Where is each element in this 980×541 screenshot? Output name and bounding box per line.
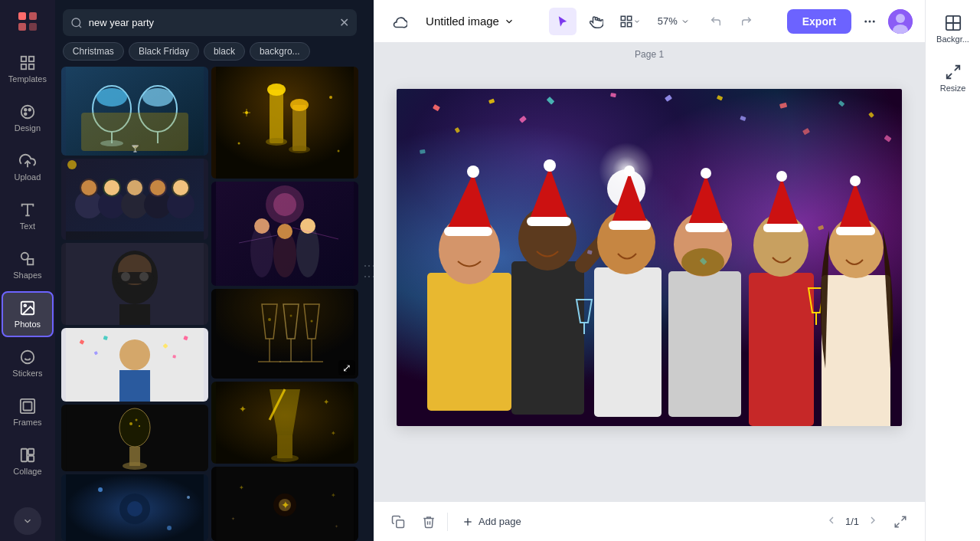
svg-rect-210 [397,520,404,527]
sidebar-item-frames[interactable]: Frames [2,389,54,435]
svg-rect-197 [763,224,803,232]
prev-page-button[interactable] [822,511,841,532]
user-avatar[interactable] [888,9,913,34]
export-button[interactable]: Export [787,9,851,34]
chip-christmas[interactable]: Christmas [63,42,124,61]
svg-rect-178 [527,217,571,226]
right-panel-resize[interactable]: Resize [927,55,979,101]
zoom-value: 57% [658,15,678,27]
list-item[interactable]: ⤢ [61,328,208,402]
list-item[interactable]: ⤢ [211,289,358,379]
right-panel-resize-label: Resize [940,84,966,93]
svg-point-27 [72,18,80,27]
svg-rect-204 [836,227,875,235]
layout-tool-button[interactable] [616,8,644,35]
svg-point-148 [896,14,905,23]
sidebar-item-photos[interactable]: Photos [2,291,54,337]
duplicate-page-button[interactable] [386,510,410,534]
chip-black[interactable]: black [204,42,245,61]
list-item[interactable]: ⤢ [61,159,208,240]
list-item[interactable]: ✦ ✦ ✦ ⤢ [211,382,358,464]
svg-rect-141 [627,16,631,20]
page-navigation: 1/1 [822,511,882,532]
chip-black-friday[interactable]: Black Friday [129,42,199,61]
fullscreen-button[interactable] [888,510,913,534]
list-item[interactable]: ⤢ [211,67,358,179]
svg-line-214 [895,523,899,526]
svg-point-8 [21,106,34,119]
delete-page-button[interactable] [416,510,441,534]
expand-icon [893,515,907,529]
svg-rect-175 [511,261,584,415]
canvas-page[interactable] [397,89,902,426]
svg-point-205 [850,175,861,186]
sidebar-item-label: Stickers [12,369,42,378]
svg-rect-6 [21,64,26,69]
ellipsis-icon [863,15,877,28]
panel-resize-handle[interactable]: ⋮⋮ [364,0,374,541]
svg-line-217 [946,74,951,78]
add-page-button[interactable]: Add page [454,511,529,533]
clear-search-button[interactable]: ✕ [339,15,349,30]
main-canvas-area: Untitled image 57% [374,0,925,541]
redo-icon [740,15,753,28]
toolbar-right: Export [787,9,913,34]
toolbar-left: Untitled image [386,8,521,35]
canvas-workspace[interactable]: Page 1 [374,43,925,501]
next-page-button[interactable] [864,511,882,532]
sidebar-item-design[interactable]: Design [2,95,54,141]
more-options-button[interactable] [858,9,882,34]
undo-icon [710,15,722,28]
save-status-button[interactable] [386,8,413,35]
right-panel: Backgr... Resize [925,0,980,541]
svg-rect-1 [29,12,37,20]
sidebar-item-label: Photos [15,320,41,329]
sidebar-item-upload[interactable]: Upload [2,144,54,190]
svg-rect-173 [444,227,492,236]
svg-rect-192 [685,223,727,232]
list-item[interactable]: ⤢ [61,405,208,471]
sidebar-item-collage[interactable]: Collage [2,438,54,484]
expand-icon[interactable]: ⤢ [338,360,355,375]
collapse-sidebar-button[interactable] [14,507,41,535]
divider [447,513,448,531]
select-tool-button[interactable] [549,8,577,35]
svg-rect-184 [609,221,651,230]
search-icon [70,17,83,29]
list-item[interactable]: ✦ ✦ ✦ ✦ ✦ ⤢ [211,467,358,541]
right-panel-background-label: Backgr... [936,34,969,44]
pan-tool-button[interactable] [583,8,610,35]
zoom-control-button[interactable]: 57% [650,11,697,31]
list-item[interactable]: 🍸 ⤢ [61,67,208,156]
chevron-right-icon [867,514,879,526]
right-panel-background[interactable]: Backgr... [927,6,979,52]
undo-button[interactable] [704,9,728,34]
list-item[interactable]: ⤢ [61,474,208,541]
avatar-image [888,9,913,34]
svg-point-174 [467,166,479,178]
chip-background[interactable]: backgro... [250,42,310,61]
document-name-button[interactable]: Untitled image [420,11,521,31]
svg-rect-201 [822,275,890,426]
sidebar-item-label: Frames [13,418,41,427]
search-input[interactable] [89,17,333,28]
sidebar-item-shapes[interactable]: Shapes [2,242,54,288]
page-label: Page 1 [635,49,664,60]
logo[interactable] [12,6,43,37]
svg-rect-23 [23,402,31,411]
filter-chips: Christmas Black Friday black backgro... [55,42,364,67]
sidebar-item-templates[interactable]: Templates [2,46,54,92]
svg-rect-170 [427,273,511,411]
sidebar-item-stickers[interactable]: Stickers [2,340,54,386]
photo-col-1: 🍸 ⤢ [61,67,208,541]
document-title: Untitled image [426,15,499,28]
svg-rect-5 [29,57,34,61]
layout-icon [619,15,633,28]
sidebar-item-text[interactable]: Text [2,193,54,239]
list-item[interactable]: ⤢ [211,182,358,286]
sidebar-item-label: Shapes [13,270,41,280]
list-item[interactable]: ⤢ [61,243,208,324]
svg-rect-181 [594,267,662,417]
svg-rect-24 [21,449,27,462]
redo-button[interactable] [734,9,759,34]
